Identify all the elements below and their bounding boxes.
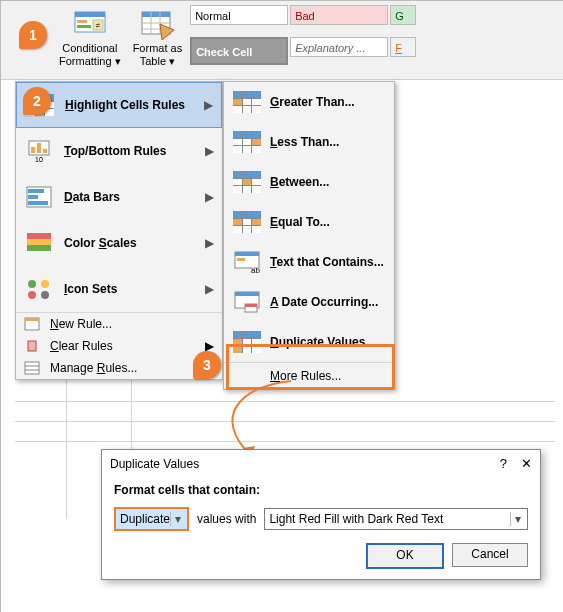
- svg-rect-37: [237, 258, 245, 261]
- step-1-marker: 1: [19, 21, 47, 49]
- svg-text:ab: ab: [251, 266, 260, 274]
- menu-label: Manage Rules...: [50, 361, 137, 375]
- format-as-table-button[interactable]: Format as Table ▾: [127, 1, 189, 77]
- menu-label: Top/Bottom Rules: [64, 144, 205, 158]
- ribbon: ≠ Conditional Formatting ▾ Format as Tab…: [1, 1, 563, 80]
- format-style-combo[interactable]: Light Red Fill with Dark Red Text ▾: [264, 508, 528, 530]
- svg-point-26: [41, 280, 49, 288]
- ribbon-label: Format as: [133, 42, 183, 55]
- style-good[interactable]: G: [390, 5, 416, 25]
- svg-rect-20: [28, 195, 38, 199]
- step-3-marker: 3: [193, 351, 221, 379]
- svg-rect-32: [25, 362, 39, 374]
- icon-sets-icon: [24, 276, 54, 302]
- new-rule-icon: [24, 317, 42, 331]
- help-button[interactable]: ?: [500, 456, 507, 471]
- submenu-arrow-icon: ▶: [205, 236, 214, 250]
- svg-rect-7: [142, 12, 170, 17]
- conditional-formatting-icon: ≠: [73, 10, 107, 40]
- svg-rect-15: [37, 143, 41, 153]
- svg-rect-42: [245, 304, 257, 307]
- chevron-down-icon: ▾: [510, 512, 525, 526]
- svg-rect-21: [28, 201, 48, 205]
- menu-label: Duplicate Values...: [270, 335, 375, 349]
- svg-rect-36: [235, 252, 259, 256]
- svg-text:10: 10: [35, 156, 43, 163]
- close-button[interactable]: ✕: [521, 456, 532, 471]
- data-bars-icon: [24, 184, 54, 210]
- menu-label: Clear Rules: [50, 339, 113, 353]
- svg-rect-1: [75, 12, 105, 17]
- menu-label: Text that Contains...: [270, 255, 384, 269]
- menu-greater-than[interactable]: Greater Than...: [224, 82, 394, 122]
- svg-rect-31: [28, 341, 36, 351]
- cell-styles-gallery[interactable]: Normal Bad G Check Cell Explanatory ... …: [188, 1, 422, 79]
- menu-new-rule[interactable]: New Rule...: [16, 313, 222, 335]
- submenu-arrow-icon: ▶: [205, 144, 214, 158]
- dialog-titlebar: Duplicate Values ? ✕: [102, 450, 540, 477]
- conditional-formatting-menu: Highlight Cells Rules ▶ 10 Top/Bottom Ru…: [15, 81, 223, 380]
- menu-label: Equal To...: [270, 215, 330, 229]
- svg-rect-30: [25, 318, 39, 321]
- top-bottom-icon: 10: [24, 138, 54, 164]
- svg-rect-22: [27, 233, 51, 239]
- svg-rect-16: [43, 149, 47, 153]
- cancel-button[interactable]: Cancel: [452, 543, 528, 567]
- ribbon-label: Table ▾: [140, 55, 175, 68]
- menu-label: Less Than...: [270, 135, 339, 149]
- manage-rules-icon: [24, 361, 42, 375]
- conditional-formatting-button[interactable]: ≠ Conditional Formatting ▾: [53, 1, 127, 77]
- menu-less-than[interactable]: Less Than...: [224, 122, 394, 162]
- menu-data-bars[interactable]: Data Bars ▶: [16, 174, 222, 220]
- svg-point-27: [28, 291, 36, 299]
- menu-equal-to[interactable]: Equal To...: [224, 202, 394, 242]
- menu-more-rules[interactable]: More Rules...: [224, 363, 394, 389]
- menu-date-occurring[interactable]: A Date Occurring...: [224, 282, 394, 322]
- clear-rules-icon: [24, 339, 42, 353]
- greater-than-icon: [232, 89, 262, 115]
- svg-rect-24: [27, 245, 51, 251]
- equal-to-icon: [232, 209, 262, 235]
- svg-rect-2: [77, 20, 87, 23]
- svg-rect-23: [27, 239, 51, 245]
- menu-icon-sets[interactable]: Icon Sets ▶: [16, 266, 222, 312]
- menu-label: Greater Than...: [270, 95, 355, 109]
- menu-clear-rules[interactable]: Clear Rules ▶: [16, 335, 222, 357]
- style-bad[interactable]: Bad: [290, 5, 388, 25]
- submenu-arrow-icon: ▶: [205, 190, 214, 204]
- menu-manage-rules[interactable]: Manage Rules...: [16, 357, 222, 379]
- style-normal[interactable]: Normal: [190, 5, 288, 25]
- menu-label: Color Scales: [64, 236, 205, 250]
- svg-text:≠: ≠: [96, 21, 101, 30]
- ok-button[interactable]: OK: [366, 543, 444, 569]
- color-scales-icon: [24, 230, 54, 256]
- combo-value: Light Red Fill with Dark Red Text: [269, 512, 510, 526]
- duplicate-values-icon: [232, 329, 262, 355]
- menu-top-bottom-rules[interactable]: 10 Top/Bottom Rules ▶: [16, 128, 222, 174]
- style-followed-link[interactable]: F: [390, 37, 416, 57]
- dialog-title: Duplicate Values: [110, 457, 199, 471]
- svg-rect-14: [31, 147, 35, 153]
- svg-point-25: [28, 280, 36, 288]
- style-explanatory[interactable]: Explanatory ...: [290, 37, 388, 57]
- svg-rect-40: [235, 292, 259, 296]
- date-occurring-icon: [232, 289, 262, 315]
- between-icon: [232, 169, 262, 195]
- duplicate-type-combo[interactable]: Duplicate ▾: [114, 507, 189, 531]
- style-check-cell[interactable]: Check Cell: [190, 37, 288, 65]
- svg-rect-19: [28, 189, 44, 193]
- dialog-text: values with: [197, 512, 256, 526]
- menu-text-contains[interactable]: ab Text that Contains...: [224, 242, 394, 282]
- menu-duplicate-values[interactable]: Duplicate Values...: [224, 322, 394, 362]
- duplicate-values-dialog: Duplicate Values ? ✕ Format cells that c…: [101, 449, 541, 580]
- menu-label: New Rule...: [50, 317, 112, 331]
- text-contains-icon: ab: [232, 249, 262, 275]
- less-than-icon: [232, 129, 262, 155]
- submenu-arrow-icon: ▶: [205, 282, 214, 296]
- menu-label: Between...: [270, 175, 329, 189]
- ribbon-label: Formatting ▾: [59, 55, 121, 68]
- step-2-marker: 2: [23, 87, 51, 115]
- format-as-table-icon: [140, 10, 174, 40]
- menu-between[interactable]: Between...: [224, 162, 394, 202]
- menu-color-scales[interactable]: Color Scales ▶: [16, 220, 222, 266]
